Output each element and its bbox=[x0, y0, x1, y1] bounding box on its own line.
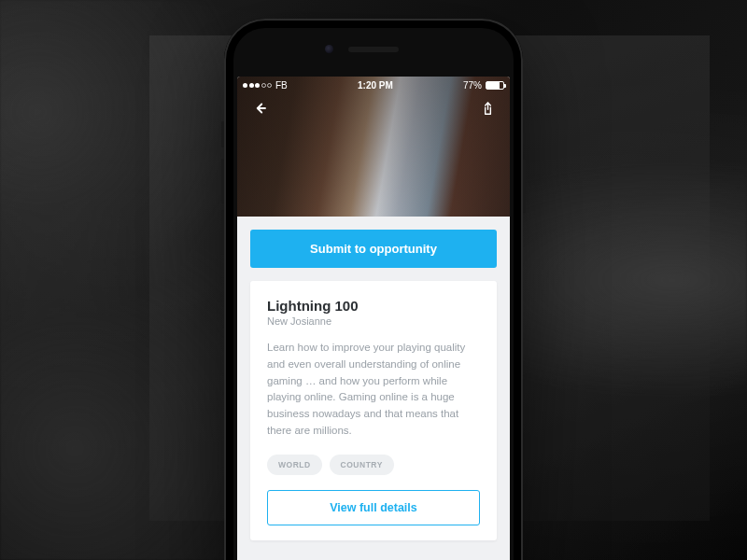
submit-button[interactable]: Submit to opportunity bbox=[250, 230, 497, 268]
content-area: Submit to opportunity Lightning 100 New … bbox=[237, 217, 510, 560]
phone-volume-up bbox=[221, 159, 224, 203]
phone-device: FB 1:20 PM 77% Submit to opportu bbox=[224, 19, 523, 560]
battery-icon bbox=[486, 81, 504, 90]
phone-mute-switch bbox=[221, 121, 224, 147]
carrier-label: FB bbox=[275, 80, 288, 91]
tag-list: WORLD COUNTRY bbox=[267, 455, 480, 475]
card-subtitle: New Josianne bbox=[267, 315, 480, 327]
phone-volume-down bbox=[221, 210, 224, 255]
status-time: 1:20 PM bbox=[358, 80, 393, 91]
phone-power-button bbox=[523, 159, 526, 213]
tag[interactable]: COUNTRY bbox=[330, 455, 394, 475]
view-details-button[interactable]: View full details bbox=[267, 490, 480, 525]
signal-strength-icon bbox=[243, 83, 272, 88]
phone-camera bbox=[325, 45, 333, 53]
status-bar: FB 1:20 PM 77% bbox=[237, 77, 510, 93]
tag[interactable]: WORLD bbox=[267, 455, 322, 475]
footer-label: RECENTLY LIKED BY LIGHTNING 100 bbox=[250, 553, 497, 560]
status-left: FB bbox=[243, 80, 288, 91]
share-button[interactable] bbox=[478, 99, 497, 118]
card-title: Lightning 100 bbox=[267, 298, 480, 314]
card-body: Learn how to improve your playing qualit… bbox=[267, 340, 480, 440]
phone-screen: FB 1:20 PM 77% Submit to opportu bbox=[237, 77, 510, 560]
opportunity-card: Lightning 100 New Josianne Learn how to … bbox=[250, 281, 497, 540]
back-button[interactable] bbox=[250, 99, 269, 118]
hero-image bbox=[237, 77, 510, 217]
hero-nav bbox=[237, 99, 510, 118]
status-right: 77% bbox=[463, 80, 504, 91]
battery-percent: 77% bbox=[463, 80, 482, 91]
share-icon bbox=[480, 101, 496, 117]
arrow-left-icon bbox=[251, 100, 268, 117]
phone-speaker bbox=[348, 47, 399, 52]
